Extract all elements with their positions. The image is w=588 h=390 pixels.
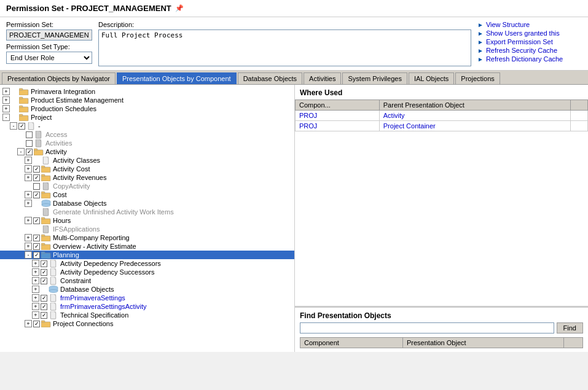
expand-btn-db-objects2[interactable]: + (32, 286, 39, 293)
tree-item-prod-sched[interactable]: + Production Schedules (0, 104, 294, 113)
checkbox-frm-prim-settings-act[interactable] (41, 303, 47, 310)
view-structure-link[interactable]: ► View Structure (477, 21, 582, 28)
tab-pres-nav[interactable]: Presentation Objects by Navigator (2, 72, 116, 84)
checkbox-access[interactable] (26, 131, 33, 138)
find-col-component: Component (300, 338, 403, 348)
where-used-table: Compon... Parent Presentation Object PRO… (295, 99, 588, 131)
expand-btn-activity-cost[interactable]: + (25, 165, 32, 173)
expand-btn-tech-spec[interactable]: + (32, 311, 39, 319)
checkbox-constraint[interactable] (41, 278, 47, 284)
tree-item-db-objects[interactable]: + Database Objects (0, 199, 294, 208)
expand-btn-prod-sched[interactable]: + (2, 105, 10, 112)
cell-parent-1[interactable]: Project Container (379, 121, 570, 131)
expand-btn-overview-activity[interactable]: + (25, 243, 32, 250)
find-button[interactable]: Find (557, 322, 583, 333)
tree-item-activity-cost[interactable]: + Activity Cost (0, 165, 294, 173)
expand-btn-activity[interactable]: - (17, 148, 25, 155)
expand-btn-frm-prim-settings-act[interactable]: + (32, 303, 39, 310)
refresh-security-link[interactable]: ► Refresh Security Cache (477, 47, 582, 54)
refresh-dictionary-link[interactable]: ► Refresh Dictionary Cache (477, 55, 582, 63)
checkbox-overview-activity[interactable] (33, 243, 40, 250)
checkbox-act-dep-pred[interactable] (41, 260, 47, 267)
svg-rect-0 (19, 90, 28, 95)
expand-btn-multi-company[interactable]: + (25, 234, 32, 241)
cell-parent-0[interactable]: Activity (379, 111, 570, 121)
expand-btn-project[interactable]: - (2, 114, 10, 121)
tab-projections[interactable]: Projections (455, 72, 500, 84)
tree-item-activities-tree[interactable]: Activities (0, 139, 294, 147)
tab-sys-priv[interactable]: System Privileges (342, 72, 407, 84)
expand-btn-act-dep-succ[interactable]: + (32, 268, 39, 276)
checkbox-project-sub[interactable] (18, 123, 25, 130)
label-tech-spec: Technical Specification (60, 311, 128, 319)
tree-item-ifs-apps[interactable]: IFSApplications (0, 225, 294, 233)
checkbox-planning[interactable] (33, 252, 40, 259)
type-select[interactable]: End User Role (6, 52, 92, 64)
checkbox-copy-activity[interactable] (33, 183, 40, 190)
tab-ial[interactable]: IAL Objects (409, 72, 454, 84)
checkbox-hours[interactable] (33, 217, 40, 224)
checkbox-frm-prim-settings[interactable] (41, 295, 47, 302)
tab-activities[interactable]: Activities (304, 72, 341, 84)
expand-btn-activity-rev[interactable]: + (25, 174, 32, 181)
tree-item-project[interactable]: - Project (0, 113, 294, 122)
checkbox-project-conn[interactable] (33, 321, 40, 327)
tree-item-project-conn[interactable]: + Project Connections (0, 319, 294, 328)
tree-item-activity-classes[interactable]: + Activity Classes (0, 156, 294, 165)
show-users-link[interactable]: ► Show Users granted this (477, 29, 582, 37)
tree-item-constraint[interactable]: + Constraint (0, 276, 294, 285)
checkbox-activity-rev[interactable] (33, 174, 40, 181)
checkbox-multi-company[interactable] (33, 235, 40, 241)
tree-item-act-dep-succ[interactable]: + Activity Depedency Successors (0, 268, 294, 276)
tree-item-hours[interactable]: + Hours (0, 216, 294, 225)
expand-btn-cost[interactable]: + (25, 191, 32, 198)
tree-item-planning[interactable]: - Planning (0, 251, 294, 259)
checkbox-activity-cost[interactable] (33, 166, 40, 173)
expand-btn-constraint[interactable]: + (32, 277, 39, 284)
tree-item-primavera[interactable]: + Primavera Integration (0, 87, 294, 96)
tree-item-db-objects2[interactable]: + Database Objects (0, 285, 294, 294)
checkbox-tech-spec[interactable] (41, 312, 47, 319)
description-textarea[interactable]: Full Project Process (98, 29, 471, 66)
tree-item-overview-activity[interactable]: + Overview - Activity Estimate (0, 242, 294, 251)
expand-btn-act-dep-pred[interactable]: + (32, 260, 39, 267)
tree-item-frm-prim-settings-act[interactable]: + frmPrimaveraSettingsActivity (0, 302, 294, 311)
tree-item-tech-spec[interactable]: + Technical Specification (0, 311, 294, 319)
checkbox-activities-tree[interactable] (26, 140, 33, 147)
tree-item-activity-rev[interactable]: + Activity Revenues (0, 173, 294, 182)
expand-btn-primavera[interactable]: + (2, 88, 10, 95)
tree-item-gen-unfinished[interactable]: Generate Unfinished Activity Work Items (0, 208, 294, 216)
tab-db[interactable]: Database Objects (238, 72, 302, 84)
expand-btn-frm-prim-settings[interactable]: + (32, 294, 39, 302)
tree-item-product-est[interactable]: + Product Estimate Management (0, 96, 294, 104)
expand-btn-db-objects[interactable]: + (25, 200, 32, 207)
tree-item-act-dep-pred[interactable]: + Activity Depedency Predecessors (0, 259, 294, 268)
tree-item-frm-prim-settings[interactable]: + frmPrimaveraSettings (0, 294, 294, 302)
tree-item-copy-activity[interactable]: CopyActivity (0, 182, 294, 190)
expand-btn-hours[interactable]: + (25, 217, 32, 224)
svg-rect-19 (41, 193, 50, 198)
checkbox-activity[interactable] (26, 149, 33, 155)
expand-btn-project-conn[interactable]: + (25, 320, 32, 327)
expand-btn-activity-classes[interactable]: + (25, 157, 32, 164)
icon-constraint (49, 277, 58, 284)
checkbox-act-dep-succ[interactable] (41, 269, 47, 276)
permission-set-input[interactable] (6, 29, 92, 41)
svg-rect-11 (34, 150, 43, 155)
expand-btn-planning[interactable]: - (25, 251, 32, 259)
tree-item-cost[interactable]: + Cost (0, 190, 294, 199)
tab-pres-comp[interactable]: Presentation Objects by Component (117, 72, 237, 84)
expand-btn-product-est[interactable]: + (2, 96, 10, 104)
tree-item-project-sub[interactable]: - - (0, 122, 294, 130)
checkbox-cost[interactable] (33, 192, 40, 198)
tree-item-access[interactable]: Access (0, 130, 294, 139)
tree-item-activity[interactable]: - Activity (0, 147, 294, 156)
cell-extra-1 (571, 121, 588, 131)
expand-btn-project-sub[interactable]: - (10, 122, 17, 130)
export-permission-link[interactable]: ► Export Permission Set (477, 38, 582, 45)
label-activities-tree: Activities (45, 139, 72, 147)
find-input[interactable] (300, 322, 554, 333)
label-activity-classes: Activity Classes (53, 157, 100, 164)
tree-item-multi-company[interactable]: + Multi-Company Reporting (0, 233, 294, 242)
svg-point-41 (49, 290, 58, 293)
